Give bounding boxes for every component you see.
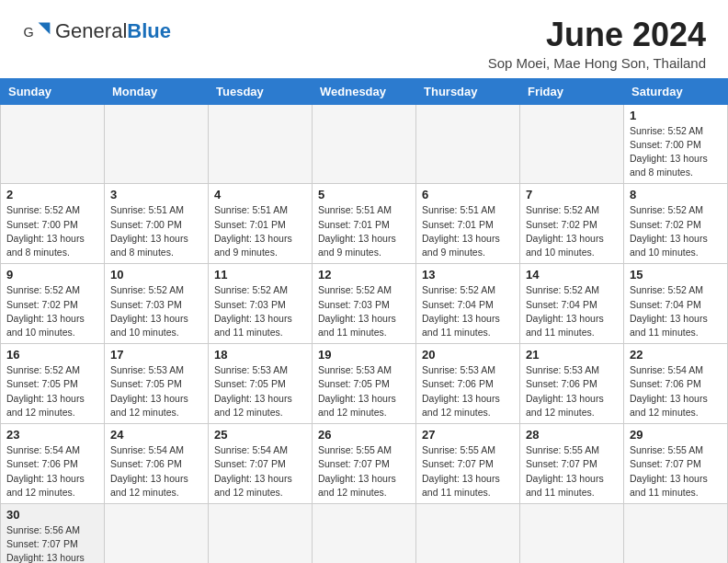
day-header-sunday: Sunday [1,78,105,104]
day-number: 13 [422,268,514,282]
week-row-5: 30Sunrise: 5:56 AM Sunset: 7:07 PM Dayli… [1,503,728,563]
day-cell: 22Sunrise: 5:54 AM Sunset: 7:06 PM Dayli… [624,344,728,424]
day-number: 19 [318,348,410,362]
day-cell [416,104,520,184]
day-cell: 1Sunrise: 5:52 AM Sunset: 7:00 PM Daylig… [624,104,728,184]
day-info: Sunrise: 5:51 AM Sunset: 7:01 PM Dayligh… [214,203,306,259]
location-title: Sop Moei, Mae Hong Son, Thailand [488,55,706,71]
day-cell: 23Sunrise: 5:54 AM Sunset: 7:06 PM Dayli… [1,424,105,504]
day-number: 10 [110,268,202,282]
day-info: Sunrise: 5:54 AM Sunset: 7:06 PM Dayligh… [6,443,98,500]
day-cell: 15Sunrise: 5:52 AM Sunset: 7:04 PM Dayli… [624,264,728,344]
day-info: Sunrise: 5:53 AM Sunset: 7:05 PM Dayligh… [318,363,410,419]
day-info: Sunrise: 5:53 AM Sunset: 7:06 PM Dayligh… [422,363,514,419]
page-header: G GeneralBlue June 2024 Sop Moei, Mae Ho… [0,0,728,78]
day-cell [624,503,728,563]
day-cell: 13Sunrise: 5:52 AM Sunset: 7:04 PM Dayli… [416,264,520,344]
day-info: Sunrise: 5:52 AM Sunset: 7:04 PM Dayligh… [422,283,514,339]
day-cell: 2Sunrise: 5:52 AM Sunset: 7:00 PM Daylig… [1,184,105,264]
day-cell: 6Sunrise: 5:51 AM Sunset: 7:01 PM Daylig… [416,184,520,264]
day-cell [1,104,105,184]
day-number: 27 [422,428,514,442]
week-row-0: 1Sunrise: 5:52 AM Sunset: 7:00 PM Daylig… [1,104,728,184]
day-number: 29 [630,428,722,442]
day-info: Sunrise: 5:52 AM Sunset: 7:00 PM Dayligh… [630,124,722,180]
day-info: Sunrise: 5:51 AM Sunset: 7:01 PM Dayligh… [318,203,410,259]
day-cell: 25Sunrise: 5:54 AM Sunset: 7:07 PM Dayli… [209,424,313,504]
day-number: 25 [214,428,306,442]
day-info: Sunrise: 5:55 AM Sunset: 7:07 PM Dayligh… [318,443,410,500]
day-cell: 12Sunrise: 5:52 AM Sunset: 7:03 PM Dayli… [313,264,416,344]
day-header-tuesday: Tuesday [209,78,313,104]
day-header-thursday: Thursday [416,78,520,104]
day-cell [313,104,416,184]
svg-marker-1 [39,22,51,34]
day-cell: 8Sunrise: 5:52 AM Sunset: 7:02 PM Daylig… [624,184,728,264]
day-number: 2 [6,188,98,201]
day-info: Sunrise: 5:51 AM Sunset: 7:01 PM Dayligh… [422,203,514,259]
day-cell [209,104,313,184]
day-number: 7 [526,188,618,201]
day-cell [416,503,520,563]
day-number: 9 [6,268,98,282]
logo-text: GeneralBlue [55,21,171,41]
day-number: 26 [318,428,410,442]
day-cell [105,104,209,184]
day-cell: 5Sunrise: 5:51 AM Sunset: 7:01 PM Daylig… [313,184,416,264]
month-title: June 2024 [488,17,706,53]
day-info: Sunrise: 5:52 AM Sunset: 7:02 PM Dayligh… [6,283,98,339]
day-cell: 29Sunrise: 5:55 AM Sunset: 7:07 PM Dayli… [624,424,728,504]
day-cell: 14Sunrise: 5:52 AM Sunset: 7:04 PM Dayli… [520,264,624,344]
day-cell: 18Sunrise: 5:53 AM Sunset: 7:05 PM Dayli… [209,344,313,424]
logo-icon: G [22,17,51,46]
calendar-header-row: SundayMondayTuesdayWednesdayThursdayFrid… [1,78,728,104]
day-header-wednesday: Wednesday [313,78,416,104]
day-info: Sunrise: 5:52 AM Sunset: 7:02 PM Dayligh… [630,203,722,259]
day-info: Sunrise: 5:51 AM Sunset: 7:00 PM Dayligh… [110,203,202,259]
day-cell [209,503,313,563]
calendar-table: SundayMondayTuesdayWednesdayThursdayFrid… [0,78,728,563]
day-info: Sunrise: 5:53 AM Sunset: 7:06 PM Dayligh… [526,363,618,419]
day-cell: 24Sunrise: 5:54 AM Sunset: 7:06 PM Dayli… [105,424,209,504]
day-cell: 4Sunrise: 5:51 AM Sunset: 7:01 PM Daylig… [209,184,313,264]
day-info: Sunrise: 5:55 AM Sunset: 7:07 PM Dayligh… [526,443,618,500]
day-cell [105,503,209,563]
day-cell: 27Sunrise: 5:55 AM Sunset: 7:07 PM Dayli… [416,424,520,504]
day-number: 11 [214,268,306,282]
day-number: 8 [630,188,722,201]
day-number: 21 [526,348,618,362]
day-number: 15 [630,268,722,282]
day-cell: 9Sunrise: 5:52 AM Sunset: 7:02 PM Daylig… [1,264,105,344]
week-row-4: 23Sunrise: 5:54 AM Sunset: 7:06 PM Dayli… [1,424,728,504]
day-number: 3 [110,188,202,201]
day-cell: 11Sunrise: 5:52 AM Sunset: 7:03 PM Dayli… [209,264,313,344]
day-number: 6 [422,188,514,201]
day-cell [313,503,416,563]
day-info: Sunrise: 5:52 AM Sunset: 7:03 PM Dayligh… [110,283,202,339]
week-row-2: 9Sunrise: 5:52 AM Sunset: 7:02 PM Daylig… [1,264,728,344]
day-info: Sunrise: 5:52 AM Sunset: 7:05 PM Dayligh… [6,363,98,419]
day-info: Sunrise: 5:56 AM Sunset: 7:07 PM Dayligh… [6,523,98,563]
day-info: Sunrise: 5:52 AM Sunset: 7:04 PM Dayligh… [630,283,722,339]
day-info: Sunrise: 5:55 AM Sunset: 7:07 PM Dayligh… [422,443,514,500]
day-header-monday: Monday [105,78,209,104]
day-number: 24 [110,428,202,442]
day-number: 16 [6,348,98,362]
day-cell: 30Sunrise: 5:56 AM Sunset: 7:07 PM Dayli… [1,503,105,563]
day-cell: 17Sunrise: 5:53 AM Sunset: 7:05 PM Dayli… [105,344,209,424]
day-info: Sunrise: 5:53 AM Sunset: 7:05 PM Dayligh… [110,363,202,419]
day-cell: 28Sunrise: 5:55 AM Sunset: 7:07 PM Dayli… [520,424,624,504]
day-cell [520,503,624,563]
svg-text:G: G [24,25,34,40]
day-number: 20 [422,348,514,362]
day-number: 12 [318,268,410,282]
day-info: Sunrise: 5:52 AM Sunset: 7:02 PM Dayligh… [526,203,618,259]
day-number: 14 [526,268,618,282]
day-info: Sunrise: 5:52 AM Sunset: 7:00 PM Dayligh… [6,203,98,259]
day-header-saturday: Saturday [624,78,728,104]
day-cell: 19Sunrise: 5:53 AM Sunset: 7:05 PM Dayli… [313,344,416,424]
day-number: 30 [6,508,98,522]
day-number: 5 [318,188,410,201]
day-number: 17 [110,348,202,362]
day-number: 18 [214,348,306,362]
